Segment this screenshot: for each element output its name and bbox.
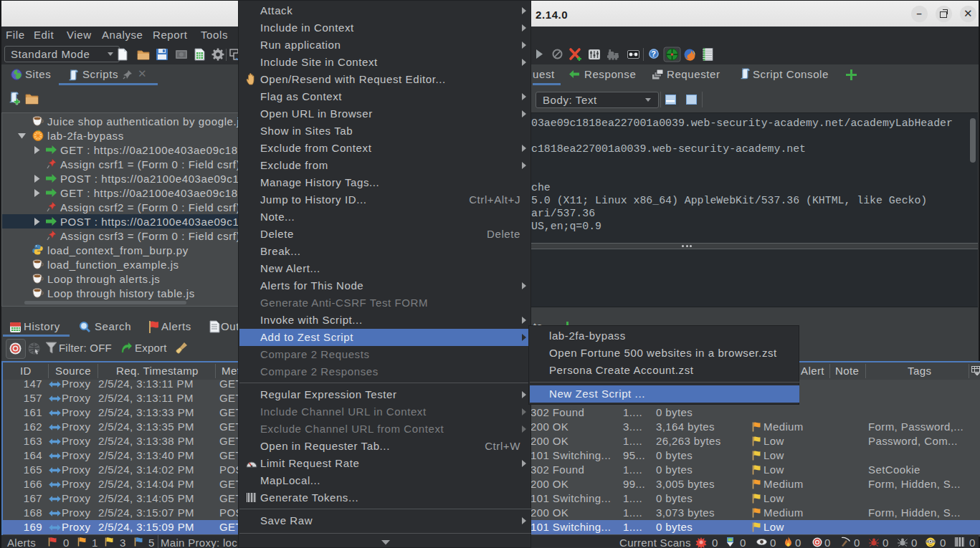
svg-text:?: ? <box>651 49 656 58</box>
